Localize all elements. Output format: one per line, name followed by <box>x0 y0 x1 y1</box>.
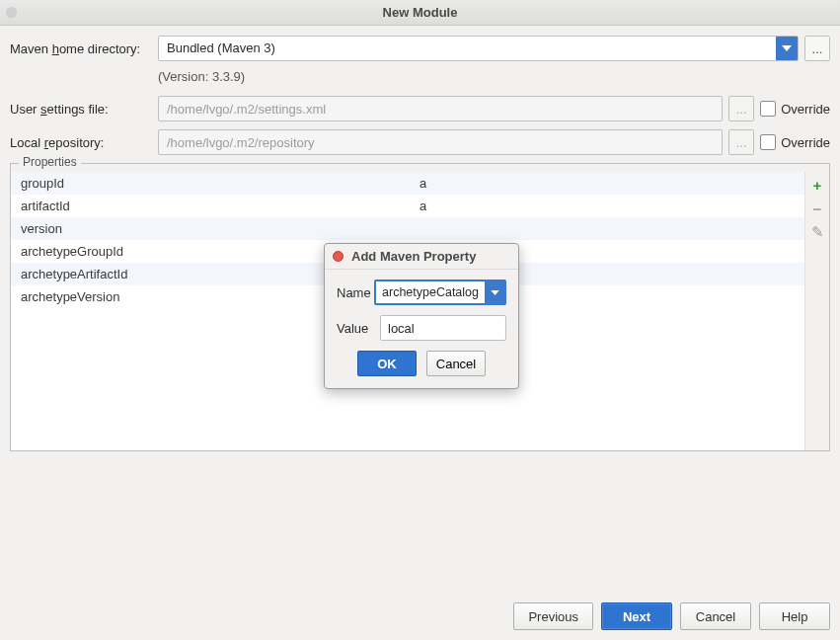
maven-home-combobox[interactable]: Bundled (Maven 3) <box>158 36 799 61</box>
properties-toolbar: + − ✎ <box>805 172 829 450</box>
dialog-titlebar: Add Maven Property <box>325 244 518 270</box>
window-close-dot[interactable] <box>6 7 17 18</box>
dialog-title: Add Maven Property <box>351 249 476 264</box>
maven-version-label: (Version: 3.3.9) <box>158 69 245 84</box>
user-settings-override[interactable]: Override <box>760 101 830 117</box>
titlebar: New Module <box>0 0 840 26</box>
next-button[interactable]: Next <box>601 602 672 630</box>
override-label: Override <box>781 102 830 117</box>
user-settings-label: User settings file: <box>10 102 158 117</box>
maven-home-browse-button[interactable]: ... <box>804 36 830 61</box>
user-settings-row: User settings file: ... Override <box>10 96 830 121</box>
maven-home-label: Maven home directory: <box>10 41 158 56</box>
user-settings-input <box>158 96 723 121</box>
prop-key: artifactId <box>11 195 416 217</box>
table-row[interactable]: groupId a <box>11 172 804 195</box>
local-repo-browse-button[interactable]: ... <box>728 129 754 155</box>
override-label: Override <box>781 135 830 150</box>
property-value-input[interactable] <box>380 315 506 341</box>
cancel-button[interactable]: Cancel <box>680 602 751 630</box>
prop-value <box>416 217 804 240</box>
remove-property-button[interactable]: − <box>808 200 826 217</box>
name-label: Name <box>337 285 374 300</box>
previous-button[interactable]: Previous <box>513 602 593 630</box>
checkbox-icon <box>760 134 776 150</box>
properties-legend: Properties <box>19 155 81 169</box>
property-name-combobox[interactable]: archetypeCatalog <box>374 280 506 305</box>
prop-key: version <box>11 217 416 240</box>
window-title: New Module <box>0 5 840 20</box>
maven-home-row: Maven home directory: Bundled (Maven 3) … <box>10 36 830 61</box>
chevron-down-icon <box>776 37 798 60</box>
main-content: Maven home directory: Bundled (Maven 3) … <box>0 26 840 457</box>
user-settings-browse-button[interactable]: ... <box>728 96 754 121</box>
dialog-close-icon[interactable] <box>333 251 344 262</box>
local-repo-row: Local repository: ... Override <box>10 129 830 155</box>
help-button[interactable]: Help <box>759 602 830 630</box>
chevron-down-icon <box>485 281 504 303</box>
value-label: Value <box>337 321 380 336</box>
local-repo-label: Local repository: <box>10 135 158 150</box>
add-property-button[interactable]: + <box>808 176 826 194</box>
add-maven-property-dialog: Add Maven Property Name archetypeCatalog… <box>324 243 519 389</box>
table-row[interactable]: artifactId a <box>11 195 804 217</box>
prop-key: groupId <box>11 172 416 195</box>
edit-property-button[interactable]: ✎ <box>808 223 826 241</box>
checkbox-icon <box>760 101 776 117</box>
local-repo-input <box>158 129 723 155</box>
wizard-buttons: Previous Next Cancel Help <box>513 602 830 630</box>
ok-button[interactable]: OK <box>357 351 417 376</box>
prop-value: a <box>416 195 804 217</box>
maven-home-value: Bundled (Maven 3) <box>159 37 776 60</box>
prop-value: a <box>416 172 804 195</box>
dialog-cancel-button[interactable]: Cancel <box>426 351 486 376</box>
local-repo-override[interactable]: Override <box>760 134 830 150</box>
table-row[interactable]: version <box>11 217 804 240</box>
maven-version-row: (Version: 3.3.9) <box>10 69 830 84</box>
property-name-value: archetypeCatalog <box>376 281 485 303</box>
